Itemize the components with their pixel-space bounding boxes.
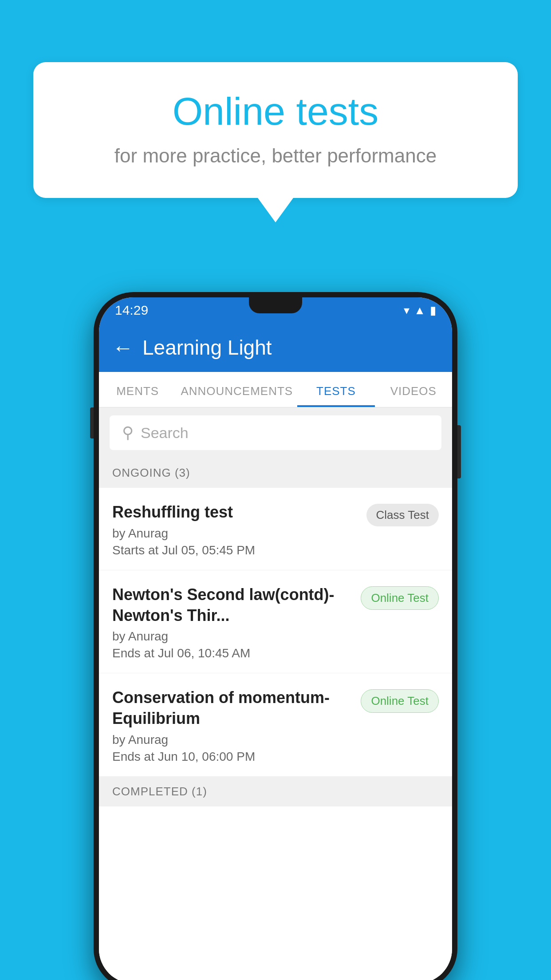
- badge-online-test-1: Online Test: [361, 586, 439, 610]
- test-info-reshuffling: Reshuffling test by Anurag Starts at Jul…: [112, 502, 358, 557]
- speech-bubble-container: Online tests for more practice, better p…: [33, 62, 518, 222]
- notch: [249, 297, 302, 313]
- test-info-conservation: Conservation of momentum-Equilibrium by …: [112, 688, 352, 764]
- badge-online-test-2: Online Test: [361, 689, 439, 713]
- power-button: [457, 425, 461, 478]
- test-author-reshuffling: by Anurag: [112, 526, 358, 541]
- speech-bubble-subtitle: for more practice, better performance: [69, 145, 482, 167]
- tab-announcements[interactable]: ANNOUNCEMENTS: [176, 372, 297, 407]
- battery-icon: ▮: [430, 304, 436, 317]
- test-title-conservation: Conservation of momentum-Equilibrium: [112, 688, 352, 729]
- test-author-conservation: by Anurag: [112, 733, 352, 747]
- back-button[interactable]: ←: [112, 336, 134, 360]
- test-author-newtons: by Anurag: [112, 629, 352, 644]
- test-title-reshuffling: Reshuffling test: [112, 502, 358, 523]
- app-title: Learning Light: [142, 336, 272, 360]
- test-date-newtons: Ends at Jul 06, 10:45 AM: [112, 646, 352, 660]
- tab-videos[interactable]: VIDEOS: [375, 372, 452, 407]
- search-container: ⚲ Search: [99, 407, 452, 458]
- test-list: ONGOING (3) Reshuffling test by Anurag S…: [99, 458, 452, 980]
- test-item-reshuffling[interactable]: Reshuffling test by Anurag Starts at Jul…: [99, 488, 452, 570]
- test-item-conservation[interactable]: Conservation of momentum-Equilibrium by …: [99, 673, 452, 777]
- search-icon: ⚲: [122, 423, 134, 442]
- completed-label: COMPLETED (1): [112, 785, 207, 798]
- signal-icon: ▲: [414, 304, 425, 317]
- wifi-icon: ▾: [404, 304, 409, 317]
- volume-button: [90, 407, 94, 439]
- tab-ments[interactable]: MENTS: [99, 372, 176, 407]
- status-icons: ▾ ▲ ▮: [404, 304, 436, 317]
- ongoing-section-header: ONGOING (3): [99, 458, 452, 488]
- test-title-newtons: Newton's Second law(contd)-Newton's Thir…: [112, 585, 352, 626]
- speech-bubble-title: Online tests: [69, 89, 482, 134]
- speech-bubble-arrow: [258, 198, 293, 222]
- tab-tests[interactable]: TESTS: [297, 372, 374, 407]
- search-placeholder: Search: [141, 424, 189, 442]
- app-bar: ← Learning Light: [99, 323, 452, 372]
- test-date-reshuffling: Starts at Jul 05, 05:45 PM: [112, 543, 358, 557]
- speech-bubble: Online tests for more practice, better p…: [33, 62, 518, 198]
- status-time: 14:29: [115, 303, 148, 318]
- test-info-newtons: Newton's Second law(contd)-Newton's Thir…: [112, 585, 352, 661]
- tabs-container: MENTS ANNOUNCEMENTS TESTS VIDEOS: [99, 372, 452, 407]
- test-item-newtons[interactable]: Newton's Second law(contd)-Newton's Thir…: [99, 570, 452, 674]
- phone-frame: 14:29 ▾ ▲ ▮ ← Learning Light MENTS ANNOU…: [94, 292, 457, 980]
- phone-screen: 14:29 ▾ ▲ ▮ ← Learning Light MENTS ANNOU…: [99, 297, 452, 980]
- completed-section-header: COMPLETED (1): [99, 777, 452, 806]
- test-date-conservation: Ends at Jun 10, 06:00 PM: [112, 750, 352, 764]
- ongoing-label: ONGOING (3): [112, 466, 190, 479]
- badge-class-test: Class Test: [366, 504, 439, 526]
- search-bar[interactable]: ⚲ Search: [110, 415, 441, 450]
